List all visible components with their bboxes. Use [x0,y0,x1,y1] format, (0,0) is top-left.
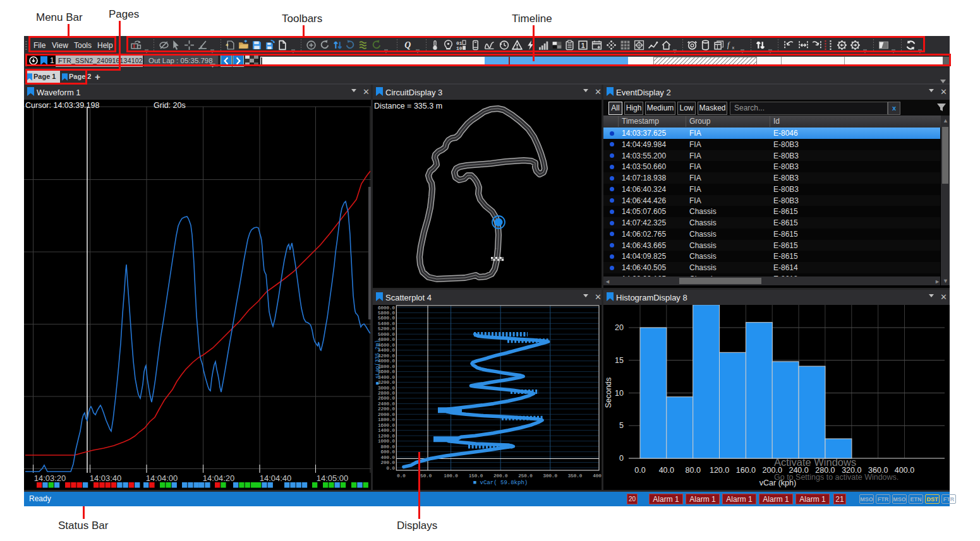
svg-text:5: 5 [619,421,624,430]
svg-text:Activate Windows: Activate Windows [774,456,856,468]
svg-text:150.0: 150.0 [469,473,483,479]
svg-text:10: 10 [456,45,463,51]
svg-text:1400.0: 1400.0 [378,428,396,433]
svg-text:Seconds: Seconds [604,378,613,408]
svg-text:5200.0: 5200.0 [378,326,396,331]
svg-text:600.0: 600.0 [380,449,395,455]
svg-text:Cursor: 14:03:39.198: Cursor: 14:03:39.198 [25,101,99,110]
svg-text:0: 0 [619,454,624,463]
svg-text:250.0: 250.0 [518,473,533,479]
svg-text:14:03:20: 14:03:20 [34,473,66,483]
svg-text:14:04:00: 14:04:00 [146,473,178,483]
svg-text:2800.0: 2800.0 [378,391,396,396]
svg-text:1600.0: 1600.0 [378,423,396,428]
svg-text:5400.0: 5400.0 [378,321,396,326]
svg-text:20: 20 [615,323,624,332]
svg-text:400.0: 400.0 [593,473,602,479]
svg-text:300.0: 300.0 [543,473,558,479]
svg-text:2600.0: 2600.0 [378,396,396,401]
svg-text:120.0: 120.0 [710,466,729,475]
svg-text:14:03:40: 14:03:40 [90,473,122,483]
svg-text:800.0: 800.0 [380,444,395,449]
svg-text:2400.0: 2400.0 [378,401,396,407]
svg-text:10: 10 [615,389,624,398]
svg-text:15: 15 [615,356,624,365]
svg-text:200.0: 200.0 [493,473,508,479]
svg-text:200.0: 200.0 [380,460,395,465]
svg-text:1200.0: 1200.0 [378,434,396,439]
svg-text:5000.0: 5000.0 [378,332,396,337]
svg-text:x: x [732,45,735,51]
svg-text:14:05:00: 14:05:00 [317,473,349,483]
svg-text:100.0: 100.0 [444,473,458,479]
svg-text:2000.0: 2000.0 [378,412,396,417]
svg-text:0.0: 0.0 [634,466,645,475]
svg-text:14:04:40: 14:04:40 [260,473,292,483]
svg-text:3000.0: 3000.0 [378,386,396,391]
svg-text:■ sLap(335.2m): ■ sLap(335.2m) [375,340,381,385]
svg-text:vCar (kph): vCar (kph) [759,479,796,487]
svg-text:2200.0: 2200.0 [378,407,396,412]
svg-text:6000.0: 6000.0 [378,306,396,311]
svg-text:14:04:20: 14:04:20 [203,473,235,483]
svg-text:5800.0: 5800.0 [378,311,396,316]
svg-text:350.0: 350.0 [568,473,583,479]
svg-text:50.0: 50.0 [420,473,432,479]
svg-text:f: f [727,41,730,49]
svg-text:Distance = 335.3 m: Distance = 335.3 m [374,102,442,110]
svg-text:Q: Q [404,40,411,50]
svg-text:1000.0: 1000.0 [378,439,396,444]
svg-text:0.0: 0.0 [386,466,395,471]
svg-text:1: 1 [581,42,585,49]
svg-text:Grid: 20s: Grid: 20s [154,101,186,110]
svg-text:1800.0: 1800.0 [378,417,396,422]
svg-text:40.0: 40.0 [659,466,674,475]
svg-text:■ vCar( 59.8kph): ■ vCar( 59.8kph) [473,480,528,486]
svg-text:400.0: 400.0 [380,455,395,460]
svg-text:160.0: 160.0 [736,466,756,475]
svg-text:0.0: 0.0 [397,473,406,479]
svg-text:80.0: 80.0 [686,466,701,475]
svg-text:5600.0: 5600.0 [378,316,396,321]
